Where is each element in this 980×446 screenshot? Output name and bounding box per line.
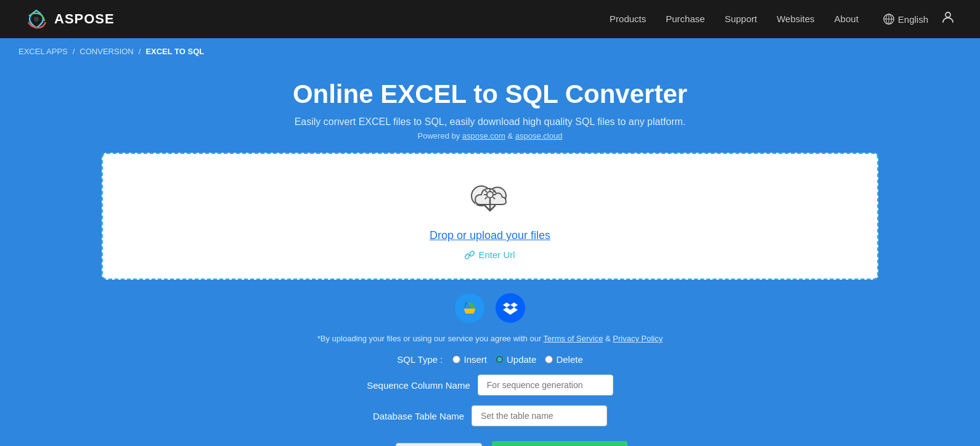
sequence-column-label: Sequence Column Name bbox=[367, 380, 470, 391]
user-icon[interactable] bbox=[941, 10, 955, 28]
radio-update-input[interactable] bbox=[496, 355, 504, 363]
breadcrumb: EXCEL APPS / CONVERSION / EXCEL TO SQL bbox=[0, 38, 980, 65]
breadcrumb-current: EXCEL TO SQL bbox=[145, 47, 204, 56]
breadcrumb-conversion[interactable]: CONVERSION bbox=[80, 47, 133, 56]
radio-update[interactable]: Update bbox=[496, 354, 536, 365]
logo-text: ASPOSE bbox=[54, 11, 115, 27]
page-title: Online EXCEL to SQL Converter bbox=[293, 79, 687, 109]
powered-by: Powered by aspose.com & aspose.cloud bbox=[418, 131, 563, 140]
sql-type-radio-group: Insert Update Delete bbox=[452, 354, 582, 365]
action-row: Save as SQL CSV JSON XML CONVERT bbox=[353, 441, 627, 446]
upload-icon bbox=[468, 179, 512, 223]
nav-support[interactable]: Support bbox=[725, 14, 757, 24]
table-name-row: Database Table Name bbox=[373, 405, 607, 426]
save-as-select[interactable]: SQL CSV JSON XML bbox=[396, 443, 482, 446]
radio-delete[interactable]: Delete bbox=[545, 354, 582, 365]
language-label: English bbox=[898, 14, 928, 25]
sql-type-label: SQL Type : bbox=[397, 354, 443, 365]
table-name-label: Database Table Name bbox=[373, 411, 464, 421]
dropbox-button[interactable] bbox=[496, 293, 525, 323]
table-name-input[interactable] bbox=[472, 405, 607, 426]
cloud-buttons bbox=[455, 293, 525, 323]
nav-links: Products Purchase Support Websites About bbox=[610, 14, 859, 25]
convert-button[interactable]: CONVERT bbox=[492, 441, 627, 446]
nav-products[interactable]: Products bbox=[610, 14, 646, 24]
radio-insert-input[interactable] bbox=[452, 355, 460, 363]
google-drive-button[interactable] bbox=[455, 293, 484, 323]
svg-point-6 bbox=[945, 12, 950, 17]
nav-about[interactable]: About bbox=[835, 14, 859, 24]
page-subtitle: Easily convert EXCEL files to SQL, easil… bbox=[295, 116, 686, 128]
navbar: ASPOSE Products Purchase Support Website… bbox=[0, 0, 980, 38]
nav-purchase[interactable]: Purchase bbox=[666, 14, 704, 24]
radio-insert[interactable]: Insert bbox=[452, 354, 487, 365]
language-selector[interactable]: English bbox=[883, 14, 928, 25]
upload-label[interactable]: Drop or upload your files bbox=[430, 229, 550, 242]
enter-url-link[interactable]: Enter Url bbox=[465, 249, 515, 260]
main-content: Online EXCEL to SQL Converter Easily con… bbox=[0, 65, 980, 446]
upload-area[interactable]: Drop or upload your files Enter Url bbox=[102, 153, 878, 280]
sequence-column-input[interactable] bbox=[478, 375, 613, 395]
logo-icon bbox=[25, 7, 48, 31]
logo[interactable]: ASPOSE bbox=[25, 7, 115, 31]
privacy-link[interactable]: Privacy Policy bbox=[613, 334, 663, 343]
nav-websites[interactable]: Websites bbox=[777, 14, 814, 24]
sql-type-row: SQL Type : Insert Update Delete bbox=[397, 354, 582, 365]
aspose-com-link[interactable]: aspose.com bbox=[462, 131, 505, 140]
globe-icon bbox=[883, 14, 894, 25]
radio-delete-input[interactable] bbox=[545, 355, 553, 363]
options-section: SQL Type : Insert Update Delete Sequence… bbox=[12, 354, 968, 446]
aspose-cloud-link[interactable]: aspose.cloud bbox=[515, 131, 563, 140]
breadcrumb-excel-apps[interactable]: EXCEL APPS bbox=[18, 47, 68, 56]
nav-right: English bbox=[883, 10, 955, 28]
sequence-column-row: Sequence Column Name bbox=[367, 375, 613, 395]
svg-point-1 bbox=[34, 17, 39, 22]
tos-text: *By uploading your files or using our se… bbox=[317, 334, 663, 343]
link-icon bbox=[465, 250, 475, 260]
tos-link[interactable]: Terms of Service bbox=[544, 334, 603, 343]
